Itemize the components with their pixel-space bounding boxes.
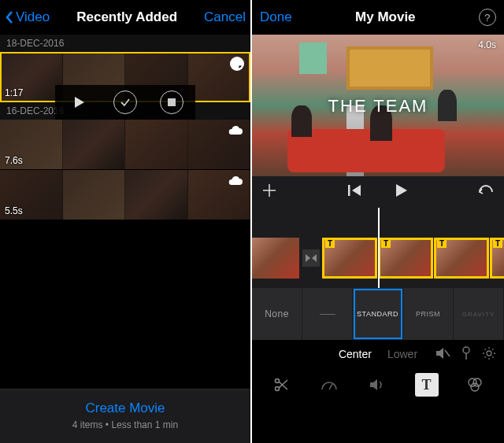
svg-line-10: [445, 350, 450, 356]
play-icon: [72, 96, 85, 109]
cancel-button[interactable]: Cancel: [204, 9, 246, 25]
svg-rect-1: [168, 98, 176, 106]
timeline[interactable]: [252, 208, 504, 288]
clip-duration: 7.6s: [5, 155, 23, 166]
picker-title: Recently Added: [76, 9, 177, 25]
transition-button[interactable]: [300, 238, 322, 279]
pin-icon: [461, 346, 471, 360]
svg-marker-9: [436, 348, 443, 359]
skip-back-icon: [348, 184, 362, 197]
svg-line-17: [279, 380, 287, 388]
filters-tool[interactable]: [463, 373, 487, 397]
title-style-picker: None STANDARD PRISM GRAVITY: [252, 288, 504, 340]
playback-overlay: [55, 85, 195, 120]
title-overlay: THE TEAM: [252, 96, 504, 116]
back-button[interactable]: Video: [5, 9, 50, 25]
create-movie-footer: Create Movie 4 items • Less than 1 min: [0, 389, 250, 443]
speedometer-icon: [321, 378, 338, 391]
media-row[interactable]: 5.5s: [0, 170, 250, 220]
cloud-icon: [227, 124, 244, 135]
timeline-clip[interactable]: [378, 238, 433, 279]
title-style-gravity[interactable]: GRAVITY: [454, 288, 504, 340]
undo-button[interactable]: [477, 184, 495, 200]
editor-pane: Done My Movie ? 4.0s THE TEAM: [252, 0, 504, 443]
stop-button[interactable]: [160, 90, 183, 114]
media-list: 1:17 16-DEC-2016 7.6s 5.5s: [0, 52, 250, 220]
help-button[interactable]: ?: [479, 9, 496, 26]
left-nav-bar: Video Recently Added Cancel: [0, 0, 250, 35]
filters-icon: [466, 377, 484, 393]
timeline-clip[interactable]: [322, 238, 377, 279]
titles-tool[interactable]: T: [415, 373, 439, 397]
play-icon: [394, 183, 408, 198]
media-row[interactable]: 7.6s: [0, 120, 250, 170]
project-title: My Movie: [355, 9, 416, 25]
plus-icon: [261, 183, 277, 198]
title-style-standard[interactable]: STANDARD: [353, 288, 403, 340]
stop-icon: [168, 98, 176, 106]
svg-point-11: [463, 347, 469, 353]
svg-point-20: [469, 378, 476, 386]
svg-line-16: [279, 382, 287, 389]
footer-subtitle: 4 items • Less than 1 min: [0, 419, 250, 430]
title-style-none[interactable]: None: [252, 288, 302, 340]
text-position-row: Center Lower: [252, 340, 504, 365]
back-label: Video: [16, 9, 50, 25]
help-icon: ?: [484, 12, 490, 24]
media-picker-pane: Video Recently Added Cancel 18-DEC-2016 …: [0, 0, 252, 443]
play-button[interactable]: [67, 90, 91, 114]
speed-tool[interactable]: [317, 373, 341, 397]
preview-timecode: 4.0s: [478, 39, 496, 50]
cloud-icon: [227, 175, 244, 186]
svg-point-22: [471, 383, 479, 391]
svg-marker-7: [306, 254, 310, 262]
svg-point-13: [487, 351, 491, 356]
done-button[interactable]: Done: [260, 9, 292, 25]
svg-point-21: [473, 378, 481, 386]
select-button[interactable]: [113, 90, 137, 114]
check-icon: [120, 97, 131, 108]
volume-tool[interactable]: [366, 373, 390, 397]
position-center[interactable]: Center: [339, 348, 372, 360]
playhead[interactable]: [378, 208, 380, 288]
clock-icon: [230, 57, 244, 71]
play-button[interactable]: [394, 183, 408, 201]
transport-bar: [252, 176, 504, 208]
mute-icon: [436, 347, 450, 360]
svg-marker-6: [396, 184, 407, 197]
add-media-button[interactable]: [261, 181, 277, 203]
svg-marker-5: [352, 185, 361, 196]
timeline-clip[interactable]: [252, 238, 299, 279]
transition-icon: [306, 254, 317, 262]
svg-marker-8: [312, 254, 317, 262]
undo-icon: [477, 184, 495, 197]
gear-icon: [482, 346, 496, 360]
clip-duration: 1:17: [5, 87, 23, 98]
date-header: 18-DEC-2016: [0, 35, 250, 52]
svg-marker-0: [75, 97, 84, 108]
chevron-left-icon: [5, 10, 14, 24]
svg-line-18: [329, 384, 332, 389]
speaker-icon: [370, 378, 386, 391]
position-lower[interactable]: Lower: [387, 348, 417, 360]
settings-button[interactable]: [482, 346, 496, 363]
clip-duration: 5.5s: [5, 205, 23, 216]
timeline-clip[interactable]: [434, 238, 489, 279]
right-nav-bar: Done My Movie ?: [252, 0, 504, 35]
timeline-clip[interactable]: [490, 238, 504, 279]
scissors-icon: [273, 377, 289, 393]
title-style-option[interactable]: [302, 288, 353, 340]
bottom-controls: Center Lower: [252, 340, 504, 408]
tool-row: T: [252, 365, 504, 408]
svg-marker-19: [370, 379, 377, 390]
svg-rect-4: [348, 185, 350, 196]
cut-tool[interactable]: [269, 373, 293, 397]
mute-button[interactable]: [436, 347, 450, 362]
video-preview[interactable]: 4.0s THE TEAM: [252, 35, 504, 176]
create-movie-button[interactable]: Create Movie: [0, 401, 250, 416]
location-button[interactable]: [461, 346, 471, 363]
skip-back-button[interactable]: [348, 184, 362, 200]
title-style-prism[interactable]: PRISM: [403, 288, 454, 340]
